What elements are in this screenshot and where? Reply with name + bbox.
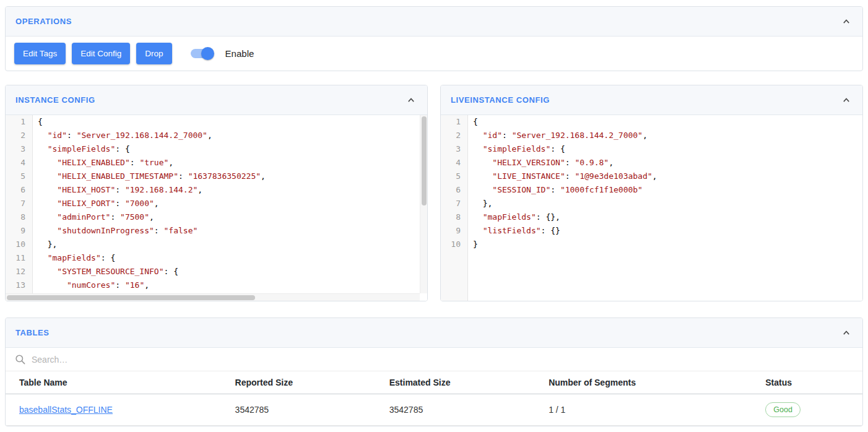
line-number: 2 [441, 129, 468, 142]
chevron-up-icon[interactable] [840, 94, 853, 106]
line-number: 1 [6, 115, 33, 129]
enable-toggle[interactable] [191, 49, 213, 58]
table-search-input[interactable] [32, 355, 329, 365]
code-line: 2 "id": "Server_192.168.144.2_7000", [6, 129, 427, 142]
code-line: 9 "listFields": {} [441, 224, 862, 238]
line-number: 6 [441, 183, 468, 197]
chevron-up-icon[interactable] [840, 327, 853, 339]
horizontal-scrollbar[interactable] [6, 293, 420, 301]
column-header-number-of-segments: Number of Segments [544, 371, 760, 394]
search-icon [14, 353, 26, 365]
segments-cell: 1 / 1 [544, 394, 760, 426]
code-line: 1{ [6, 115, 427, 129]
line-number: 10 [441, 238, 468, 251]
line-number: 9 [441, 224, 468, 238]
table-search-row [6, 348, 862, 371]
toggle-knob [201, 47, 214, 60]
table-row: baseballStats_OFFLINE354278535427851 / 1… [6, 394, 862, 426]
code-line: 8 "adminPort": "7500", [6, 210, 427, 224]
tables-title: TABLES [15, 328, 50, 337]
tables-panel: TABLES Table Name Reported Size Estimate… [5, 318, 863, 426]
enable-toggle-label: Enable [225, 48, 254, 59]
column-header-status: Status [760, 371, 862, 394]
line-number: 10 [6, 238, 33, 251]
code-line: 3 "simpleFields": { [441, 142, 862, 156]
line-number: 6 [6, 183, 33, 197]
code-line: 5 "HELIX_ENABLED_TIMESTAMP": "1637836350… [6, 170, 427, 183]
config-row: INSTANCE CONFIG 1{2 "id": "Server_192.16… [5, 85, 863, 301]
instance-config-header[interactable]: INSTANCE CONFIG [6, 85, 427, 115]
line-number: 8 [6, 210, 33, 224]
line-number: 5 [441, 170, 468, 183]
liveinstance-config-editor[interactable]: 1{2 "id": "Server_192.168.144.2_7000",3 … [441, 115, 862, 301]
code-line: 12 "SYSTEM_RESOURCE_INFO": { [6, 265, 427, 279]
line-number: 8 [441, 210, 468, 224]
liveinstance-config-header[interactable]: LIVEINSTANCE CONFIG [441, 85, 862, 115]
drop-button[interactable]: Drop [136, 43, 171, 64]
code-line: 4 "HELIX_VERSION": "0.9.8", [441, 156, 862, 170]
line-number: 3 [6, 142, 33, 156]
line-number: 12 [6, 265, 33, 279]
page: OPERATIONS Edit Tags Edit Config Drop En… [0, 0, 868, 431]
instance-config-panel: INSTANCE CONFIG 1{2 "id": "Server_192.16… [5, 85, 428, 301]
line-number: 9 [6, 224, 33, 238]
operations-title: OPERATIONS [15, 17, 72, 26]
code-line: 1{ [441, 115, 862, 129]
estimated-size-cell: 3542785 [384, 394, 544, 426]
column-header-estimated-size: Estimated Size [384, 371, 544, 394]
vertical-scrollbar[interactable] [420, 115, 427, 293]
operations-body: Edit Tags Edit Config Drop Enable [6, 37, 862, 71]
tables-header[interactable]: TABLES [6, 318, 862, 348]
chevron-up-icon[interactable] [840, 15, 853, 28]
code-line: 9 "shutdownInProgress": "false" [6, 224, 427, 238]
scrollbar-thumb[interactable] [422, 116, 427, 205]
reported-size-cell: 3542785 [230, 394, 384, 426]
edit-config-button[interactable]: Edit Config [72, 43, 130, 64]
column-header-table-name: Table Name [6, 371, 230, 394]
code-line: 5 "LIVE_INSTANCE": "1@9e3de103abad", [441, 170, 862, 183]
line-number: 11 [6, 251, 33, 265]
operations-header[interactable]: OPERATIONS [6, 7, 862, 37]
code-line: 10} [441, 238, 862, 251]
code-line: 7 "HELIX_PORT": "7000", [6, 197, 427, 210]
line-number: 1 [441, 115, 468, 129]
line-number: 3 [441, 142, 468, 156]
column-header-reported-size: Reported Size [230, 371, 384, 394]
line-number: 2 [6, 129, 33, 142]
code-line: 6 "HELIX_HOST": "192.168.144.2", [6, 183, 427, 197]
table-header-row: Table Name Reported Size Estimated Size … [6, 371, 862, 394]
line-number: 4 [6, 156, 33, 170]
code-line: 11 "mapFields": { [6, 251, 427, 265]
line-number: 7 [6, 197, 33, 210]
code-line: 6 "SESSION_ID": "1000fcf1f1e000b" [441, 183, 862, 197]
line-number: 7 [441, 197, 468, 210]
edit-tags-button[interactable]: Edit Tags [14, 43, 66, 64]
instance-config-editor[interactable]: 1{2 "id": "Server_192.168.144.2_7000",3 … [6, 115, 427, 301]
line-number: 5 [6, 170, 33, 183]
instance-config-title: INSTANCE CONFIG [15, 95, 95, 105]
liveinstance-config-title: LIVEINSTANCE CONFIG [451, 95, 550, 105]
code-line: 4 "HELIX_ENABLED": "true", [6, 156, 427, 170]
chevron-up-icon[interactable] [405, 94, 417, 106]
scrollbar-thumb[interactable] [7, 295, 255, 300]
status-badge: Good [765, 402, 801, 417]
liveinstance-config-panel: LIVEINSTANCE CONFIG 1{2 "id": "Server_19… [440, 85, 863, 301]
line-number: 4 [441, 156, 468, 170]
code-line: 8 "mapFields": {}, [441, 210, 862, 224]
operations-panel: OPERATIONS Edit Tags Edit Config Drop En… [5, 6, 863, 71]
tables-table: Table Name Reported Size Estimated Size … [6, 371, 862, 426]
code-line: 13 "numCores": "16", [6, 279, 427, 292]
code-line: 10 }, [6, 238, 427, 251]
code-line: 7 }, [441, 197, 862, 210]
code-line: 2 "id": "Server_192.168.144.2_7000", [441, 129, 862, 142]
code-line: 3 "simpleFields": { [6, 142, 427, 156]
line-number: 13 [6, 279, 33, 292]
table-name-link[interactable]: baseballStats_OFFLINE [19, 405, 113, 415]
